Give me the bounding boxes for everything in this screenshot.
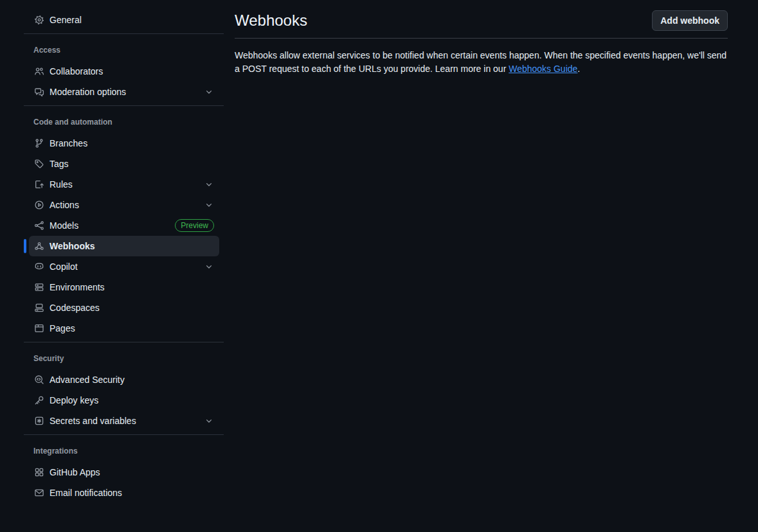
sidebar-item-label: Webhooks (50, 240, 95, 253)
description-text-before-link: Webhooks allow external services to be n… (235, 50, 726, 74)
key-icon (34, 395, 44, 405)
sidebar-item-codespaces[interactable]: Codespaces (29, 297, 219, 318)
play-icon (34, 200, 44, 210)
sidebar-item-collaborators[interactable]: Collaborators (29, 61, 219, 82)
sidebar-item-secrets-and-variables[interactable]: Secrets and variables (29, 411, 219, 431)
webhooks-panel: Webhooks Add webhook Webhooks allow exte… (224, 0, 758, 532)
sidebar-item-label: Email notifications (50, 486, 122, 499)
section-divider (24, 434, 224, 435)
sidebar-item-label: GitHub Apps (50, 466, 100, 479)
sidebar-section-label-code-and-automation: Code and automation (33, 117, 219, 127)
settings-sidebar: GeneralAccessCollaboratorsModeration opt… (0, 0, 224, 532)
sidebar-section-label-integrations: Integrations (33, 446, 219, 456)
sidebar-item-label: Collaborators (50, 65, 103, 78)
sidebar-item-label: General (50, 13, 82, 26)
gear-icon (34, 15, 44, 25)
sidebar-item-webhooks[interactable]: Webhooks (29, 236, 219, 256)
chevron-down-icon (204, 87, 214, 97)
sidebar-section-label-access: Access (33, 45, 219, 55)
sidebar-item-copilot[interactable]: Copilot (29, 256, 219, 277)
sidebar-item-label: Environments (50, 281, 105, 294)
sidebar-item-environments[interactable]: Environments (29, 277, 219, 297)
sidebar-item-branches[interactable]: Branches (29, 133, 219, 154)
sidebar-item-deploy-keys[interactable]: Deploy keys (29, 390, 219, 411)
codespaces-icon (34, 303, 44, 313)
sidebar-item-label: Actions (50, 199, 79, 211)
sidebar-item-models[interactable]: ModelsPreview (29, 215, 219, 236)
secret-icon (34, 416, 44, 426)
sidebar-item-advanced-security[interactable]: Advanced Security (29, 369, 219, 390)
sidebar-item-label: Pages (50, 322, 75, 335)
description-text-after-link: . (577, 64, 580, 74)
apps-icon (34, 467, 44, 477)
chevron-down-icon (204, 200, 214, 210)
sidebar-item-general[interactable]: General (29, 10, 219, 30)
copilot-icon (34, 262, 44, 272)
sidebar-item-label: Rules (50, 178, 73, 191)
page-title: Webhooks (235, 11, 307, 30)
sidebar-item-label: Tags (50, 157, 69, 170)
sidebar-item-label: Advanced Security (50, 373, 125, 386)
chevron-down-icon (204, 416, 214, 426)
server-icon (34, 282, 44, 292)
sidebar-item-label: Secrets and variables (50, 414, 136, 427)
comment-discussion-icon (34, 87, 44, 97)
sidebar-item-label: Models (50, 219, 78, 232)
ai-model-icon (34, 220, 44, 231)
sidebar-item-github-apps[interactable]: GitHub Apps (29, 462, 219, 483)
sidebar-item-moderation-options[interactable]: Moderation options (29, 82, 219, 102)
sidebar-item-label: Copilot (50, 260, 78, 273)
webhook-icon (34, 241, 44, 251)
section-divider (24, 33, 224, 34)
sidebar-item-label: Deploy keys (50, 394, 98, 407)
preview-badge: Preview (175, 219, 214, 232)
section-divider (24, 342, 224, 342)
code-scan-icon (34, 375, 44, 385)
chevron-down-icon (204, 262, 214, 272)
tag-icon (34, 159, 44, 169)
browser-icon (34, 323, 44, 333)
chevron-down-icon (204, 179, 214, 190)
sidebar-item-label: Branches (50, 137, 87, 150)
page-subhead: Webhooks Add webhook (235, 0, 728, 39)
add-webhook-button[interactable]: Add webhook (652, 10, 728, 31)
rules-icon (34, 179, 44, 190)
sidebar-section-label-security: Security (33, 353, 219, 364)
sidebar-item-label: Moderation options (50, 85, 126, 98)
mail-icon (34, 488, 44, 498)
webhooks-description: Webhooks allow external services to be n… (235, 49, 728, 76)
sidebar-item-rules[interactable]: Rules (29, 174, 219, 195)
section-divider (24, 105, 224, 106)
git-branch-icon (34, 138, 44, 148)
people-icon (34, 66, 44, 76)
settings-page: GeneralAccessCollaboratorsModeration opt… (0, 0, 758, 532)
webhooks-guide-link[interactable]: Webhooks Guide (509, 64, 577, 74)
sidebar-item-actions[interactable]: Actions (29, 195, 219, 215)
sidebar-item-email-notifications[interactable]: Email notifications (29, 483, 219, 503)
sidebar-item-pages[interactable]: Pages (29, 318, 219, 339)
sidebar-item-label: Codespaces (50, 301, 100, 314)
sidebar-item-tags[interactable]: Tags (29, 154, 219, 174)
